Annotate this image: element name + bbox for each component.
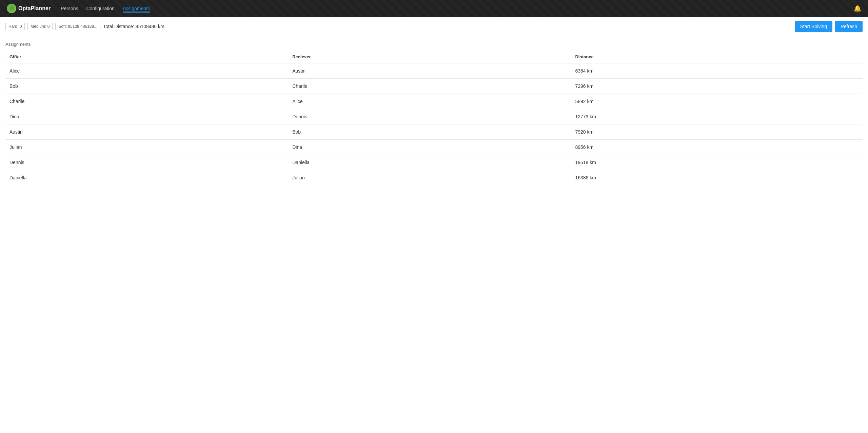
total-distance-label: Total Distance: 85108486 km — [103, 24, 164, 29]
table-row: BobCharile7296 km — [5, 79, 863, 94]
brand-logo-link[interactable]: 🌿 OptaPlanner — [7, 4, 51, 13]
navbar: 🌿 OptaPlanner Persons Configuration Assi… — [0, 0, 868, 17]
notification-bell[interactable]: 🔔 — [854, 5, 861, 12]
hard-score-badge: Hard: 0 — [5, 23, 25, 30]
nav-configuration[interactable]: Configuration — [86, 4, 115, 13]
cell-distance: 5892 km — [571, 94, 863, 109]
cell-gifter: Dina — [5, 109, 288, 124]
cell-receiver: Daniella — [288, 155, 571, 170]
cell-gifter: Daniella — [5, 170, 288, 185]
cell-distance: 6364 km — [571, 63, 863, 79]
cell-receiver: Charile — [288, 79, 571, 94]
cell-gifter: Austin — [5, 124, 288, 140]
cell-distance: 7920 km — [571, 124, 863, 140]
cell-receiver: Dina — [288, 140, 571, 155]
soft-score-badge: Soft: 85108.486188... — [55, 23, 100, 30]
brand-logo-icon: 🌿 — [7, 4, 16, 13]
column-receiver: Reciever — [288, 51, 571, 63]
table-row: DennisDaniella19518 km — [5, 155, 863, 170]
cell-gifter: Bob — [5, 79, 288, 94]
cell-gifter: Dennis — [5, 155, 288, 170]
brand-name: OptaPlanner — [18, 5, 51, 12]
cell-receiver: Alice — [288, 94, 571, 109]
start-solving-button[interactable]: Start Solving — [795, 21, 832, 32]
cell-receiver: Austin — [288, 63, 571, 79]
table-body: AliceAustin6364 kmBobCharile7296 kmChari… — [5, 63, 863, 185]
cell-gifter: Alice — [5, 63, 288, 79]
main-content: Assignments Gifter Reciever Distance Ali… — [0, 36, 868, 433]
table-row: DinaDennis12773 km — [5, 109, 863, 124]
table-row: CharileAlice5892 km — [5, 94, 863, 109]
table-row: AliceAustin6364 km — [5, 63, 863, 79]
table-header: Gifter Reciever Distance — [5, 51, 863, 63]
table-header-row: Gifter Reciever Distance — [5, 51, 863, 63]
nav-links: Persons Configuration Assignments — [61, 4, 150, 13]
toolbar-left: Hard: 0 Medium: 0 Soft: 85108.486188... … — [5, 23, 164, 30]
nav-persons[interactable]: Persons — [61, 4, 78, 13]
cell-receiver: Julian — [288, 170, 571, 185]
column-gifter: Gifter — [5, 51, 288, 63]
assignments-table: Gifter Reciever Distance AliceAustin6364… — [5, 51, 863, 185]
column-distance: Distance — [571, 51, 863, 63]
cell-distance: 19518 km — [571, 155, 863, 170]
assignments-section-title: Assignments — [5, 42, 863, 47]
cell-gifter: Charile — [5, 94, 288, 109]
table-row: AustinBob7920 km — [5, 124, 863, 140]
table-row: DaniellaJulian16386 km — [5, 170, 863, 185]
table-row: JulianDina8956 km — [5, 140, 863, 155]
cell-distance: 16386 km — [571, 170, 863, 185]
cell-gifter: Julian — [5, 140, 288, 155]
refresh-button[interactable]: Refresh — [835, 21, 863, 32]
nav-assignments[interactable]: Assignments — [123, 4, 150, 13]
toolbar-right: Start Solving Refresh — [795, 21, 863, 32]
medium-score-badge: Medium: 0 — [27, 23, 53, 30]
cell-distance: 8956 km — [571, 140, 863, 155]
cell-distance: 12773 km — [571, 109, 863, 124]
cell-receiver: Dennis — [288, 109, 571, 124]
cell-receiver: Bob — [288, 124, 571, 140]
cell-distance: 7296 km — [571, 79, 863, 94]
toolbar: Hard: 0 Medium: 0 Soft: 85108.486188... … — [0, 17, 868, 36]
bell-icon: 🔔 — [854, 5, 861, 12]
